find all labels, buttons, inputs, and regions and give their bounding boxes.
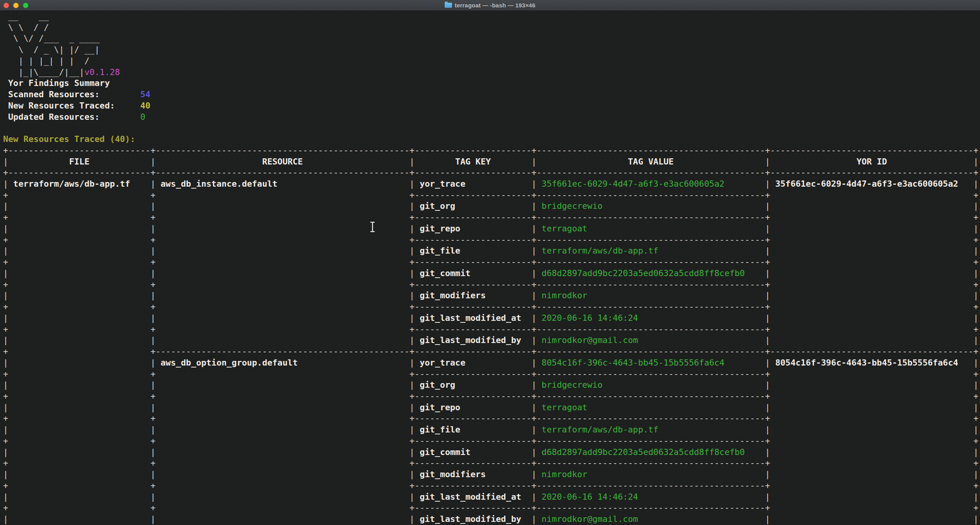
terminal-window: terragoat — -bash — 193×46 __ __ \ \ / /…	[0, 0, 980, 525]
terminal-line: + + +-----------------------+-----------…	[3, 257, 980, 268]
terminal-line: + + +-----------------------+-----------…	[3, 301, 980, 313]
terminal-line: + + +-----------------------+-----------…	[3, 369, 980, 380]
terminal-line: | | | git_commit | d68d2897add9bc2203a5e…	[3, 268, 980, 279]
terminal-line: + + +-----------------------+-----------…	[3, 212, 980, 223]
terminal-line: New Resources Traced: 40	[3, 100, 980, 112]
terminal-line: | | | git_last_modified_at | 2020-06-16 …	[3, 492, 980, 503]
terminal-line: | | | git_org | bridgecrewio | |	[3, 201, 980, 212]
terminal-line: Scanned Resources: 54	[3, 89, 980, 100]
terminal-output: __ __ \ \ / / \ \/ /___ _ ____ \ / _ \| …	[0, 11, 980, 525]
terminal-line: + +-------------------------------------…	[3, 346, 980, 357]
terminal-line: +----------------------------+----------…	[3, 167, 980, 178]
folder-icon	[445, 3, 452, 8]
terminal-line: | | | git_file | terraform/aws/db-app.tf…	[3, 245, 980, 257]
terminal-line: New Resources Traced (40):	[3, 134, 980, 145]
terminal-line: | | | git_modifiers | nimrodkor | |	[3, 290, 980, 301]
terminal-line: | | | git_file | terraform/aws/db-app.tf…	[3, 424, 980, 436]
minimize-button[interactable]	[13, 3, 19, 8]
terminal-line: + + +-----------------------+-----------…	[3, 234, 980, 246]
terminal-line: | | | git_last_modified_at | 2020-06-16 …	[3, 313, 980, 324]
traffic-lights	[4, 0, 28, 11]
terminal-line: | | aws_db_option_group.default | yor_tr…	[3, 357, 980, 369]
terminal-line: +----------------------------+----------…	[3, 145, 980, 156]
terminal-line: \ / _ \| |/ __|	[3, 44, 980, 56]
terminal-line: \ \/ /___ _ ____	[3, 33, 980, 44]
terminal-line: | FILE | RESOURCE | TAG KEY | TAG VALUE …	[3, 156, 980, 168]
terminal-line: Updated Resources: 0	[3, 112, 980, 123]
terminal-line: | | | git_commit | d68d2897add9bc2203a5e…	[3, 447, 980, 458]
terminal-line: + + +-----------------------+-----------…	[3, 190, 980, 201]
terminal-line: + + +-----------------------+-----------…	[3, 324, 980, 335]
terminal-line: | | | git_org | bridgecrewio | |	[3, 380, 980, 391]
terminal-line: \ \ / /	[3, 22, 980, 33]
terminal-line: |_|\____/|__|v0.1.28	[3, 67, 980, 78]
terminal-line: | | |_| | | /	[3, 56, 980, 67]
terminal-line: | | | git_repo | terragoat | |	[3, 223, 980, 234]
zoom-button[interactable]	[23, 3, 28, 8]
terminal-line: + + +-----------------------+-----------…	[3, 458, 980, 469]
terminal-screen[interactable]: __ __ \ \ / / \ \/ /___ _ ____ \ / _ \| …	[0, 11, 980, 525]
terminal-line: + + +-----------------------+-----------…	[3, 279, 980, 290]
title-bar[interactable]: terragoat — -bash — 193×46	[0, 0, 980, 11]
terminal-line: | terraform/aws/db-app.tf | aws_db_insta…	[3, 178, 980, 190]
terminal-line: | | | git_last_modified_by | nimrodkor@g…	[3, 335, 980, 346]
window-title-text: terragoat — -bash — 193×46	[455, 2, 535, 9]
terminal-line: Yor Findings Summary	[3, 78, 980, 89]
terminal-line: + + +-----------------------+-----------…	[3, 413, 980, 424]
window-title: terragoat — -bash — 193×46	[0, 2, 980, 9]
close-button[interactable]	[4, 3, 9, 8]
terminal-line	[3, 122, 980, 134]
terminal-line: + + +-----------------------+-----------…	[3, 502, 980, 514]
text-cursor-pointer	[370, 222, 375, 232]
terminal-line: + + +-----------------------+-----------…	[3, 480, 980, 492]
terminal-line: + + +-----------------------+-----------…	[3, 391, 980, 402]
terminal-line: | | | git_last_modified_by | nimrodkor@g…	[3, 514, 980, 525]
terminal-line: | | | git_repo | terragoat | |	[3, 402, 980, 413]
terminal-line: | | | git_modifiers | nimrodkor | |	[3, 469, 980, 480]
terminal-line: + + +-----------------------+-----------…	[3, 436, 980, 447]
terminal-line: __ __	[3, 11, 980, 22]
